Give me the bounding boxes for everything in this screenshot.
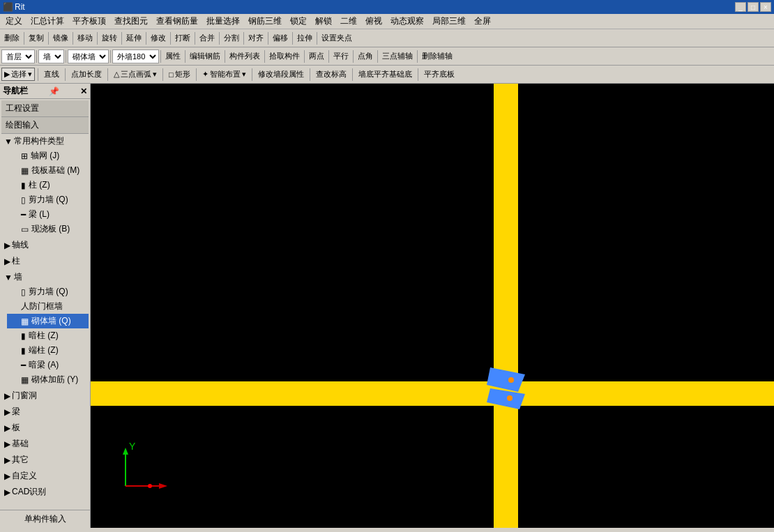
sidebar-bottom[interactable]: 单构件输入 — [0, 510, 90, 528]
column-icon: ▮ — [21, 181, 26, 190]
component-list-btn[interactable]: 构件列表 — [227, 50, 263, 63]
extend-btn[interactable]: 延伸 — [123, 31, 144, 45]
door-window-expand-icon: ▶ — [4, 391, 10, 401]
line-btn[interactable]: 直线 — [41, 68, 62, 81]
merge-btn[interactable]: 合并 — [197, 31, 218, 45]
delete-aux-btn[interactable]: 删除辅轴 — [419, 50, 455, 63]
menu-rebar-3d[interactable]: 钢筋三维 — [244, 14, 286, 29]
sidebar-pin-icon[interactable]: 📌 — [49, 86, 59, 96]
door-window-label[interactable]: ▶ 门窗洞 — [1, 388, 89, 403]
sidebar-item-axisnet[interactable]: ⊞ 轴网 (J) — [7, 149, 89, 163]
common-types-label[interactable]: ▼ 常用构件类型 — [1, 134, 89, 149]
column-expand-icon: ▶ — [4, 257, 10, 266]
menu-fullscreen[interactable]: 全屏 — [470, 14, 495, 29]
rect-btn[interactable]: □ 矩形 — [166, 68, 193, 81]
masonry-rebar-icon: ▦ — [21, 375, 29, 385]
break-btn[interactable]: 打断 — [172, 31, 193, 45]
sidebar-item-masonry-rebar[interactable]: ▦ 砌体加筋 (Y) — [7, 372, 89, 387]
offset-btn[interactable]: 偏移 — [270, 31, 291, 45]
sidebar-item-masonry-wall[interactable]: ▦ 砌体墙 (Q) — [7, 314, 89, 328]
point-angle-btn[interactable]: 点角 — [355, 50, 376, 63]
menu-top-view[interactable]: 俯视 — [361, 14, 386, 29]
menu-align-top[interactable]: 平齐板顶 — [68, 14, 110, 29]
sep32 — [310, 68, 310, 81]
menu-2d[interactable]: 二维 — [336, 14, 361, 29]
sidebar-close-icon[interactable]: ✕ — [80, 86, 87, 96]
sidebar-drawing-input[interactable]: 绘图输入 — [1, 117, 89, 134]
floor-select[interactable]: 首层 — [1, 50, 35, 63]
modify-wall-prop-btn[interactable]: 修改墙段属性 — [255, 68, 307, 81]
beam-icon: ━ — [21, 210, 26, 220]
other-expand-icon: ▶ — [4, 455, 10, 465]
menu-view-rebar[interactable]: 查看钢筋量 — [152, 14, 202, 29]
common-types-items: ⊞ 轴网 (J) ▦ 筏板基础 (M) ▮ 柱 (Z) ▯ 剪力墙 (Q) — [7, 149, 89, 236]
sidebar-item-shear-wall[interactable]: ▯ 剪力墙 (Q) — [7, 192, 89, 207]
check-height-btn[interactable]: 查改标高 — [313, 68, 349, 81]
sidebar-item-end-column[interactable]: ▮ 端柱 (Z) — [7, 343, 89, 358]
title-controls[interactable]: _ □ × — [735, 2, 771, 12]
flat-base-btn[interactable]: 平齐底板 — [421, 68, 457, 81]
wall-label[interactable]: ▼ 墙 — [1, 270, 89, 284]
body-wall-select[interactable]: 砌体墙 — [68, 50, 109, 63]
sep28 — [107, 68, 108, 81]
beam-label[interactable]: ▶ 梁 — [1, 404, 89, 419]
cad-viewport[interactable] — [91, 84, 774, 528]
parallel-btn[interactable]: 平行 — [331, 50, 351, 63]
copy-btn[interactable]: 复制 — [26, 31, 47, 45]
maximize-btn[interactable]: □ — [748, 2, 759, 12]
sidebar-item-dark-column[interactable]: ▮ 暗柱 (Z) — [7, 328, 89, 343]
outer-val-select[interactable]: 外墙180 — [112, 50, 159, 63]
menu-batch-select[interactable]: 批量选择 — [202, 14, 244, 29]
masonry-icon: ▦ — [21, 317, 29, 326]
mirror-btn[interactable]: 镜像 — [50, 31, 71, 45]
sidebar-item-dark-beam[interactable]: ━ 暗梁 (A) — [7, 358, 89, 372]
select-btn[interactable]: ▶ 选择 ▾ — [1, 68, 35, 81]
smart-layout-btn[interactable]: ✦ 智能布置 ▾ — [199, 68, 249, 81]
delete-btn[interactable]: 删除 — [1, 31, 22, 45]
property-btn[interactable]: 属性 — [162, 50, 183, 63]
menu-find[interactable]: 查找图元 — [110, 14, 152, 29]
wall-base-btn[interactable]: 墙底平齐基础底 — [356, 68, 415, 81]
edit-rebar-btn[interactable]: 编辑钢筋 — [187, 50, 223, 63]
menu-partial-3d[interactable]: 局部三维 — [428, 14, 470, 29]
rotate-btn[interactable]: 旋转 — [99, 31, 120, 45]
cad-recognize-label[interactable]: ▶ CAD识别 — [1, 485, 89, 499]
custom-label[interactable]: ▶ 自定义 — [1, 469, 89, 483]
cad-canvas[interactable] — [91, 84, 774, 528]
three-arc-btn[interactable]: △ 三点画弧 ▾ — [111, 68, 160, 81]
sidebar-item-shear-wall2[interactable]: ▯ 剪力墙 (Q) — [7, 284, 89, 299]
align-btn[interactable]: 对齐 — [245, 31, 266, 45]
menu-dynamic-view[interactable]: 动态观察 — [386, 14, 428, 29]
menu-lock[interactable]: 锁定 — [286, 14, 311, 29]
sidebar-item-beam[interactable]: ━ 梁 (L) — [7, 207, 89, 222]
stretch-btn[interactable]: 拉伸 — [294, 31, 315, 45]
menu-calc[interactable]: 汇总计算 — [26, 14, 68, 29]
two-point-btn[interactable]: 两点 — [306, 50, 327, 63]
point-len-btn[interactable]: 点加长度 — [68, 68, 105, 81]
column-label[interactable]: ▶ 柱 — [1, 254, 89, 268]
close-btn[interactable]: × — [760, 2, 771, 12]
column-section: ▶ 柱 — [1, 254, 89, 268]
trim-btn[interactable]: 修改 — [148, 31, 169, 45]
slab-label[interactable]: ▶ 板 — [1, 420, 89, 435]
foundation-label[interactable]: ▶ 基础 — [1, 436, 89, 451]
sep2 — [48, 32, 49, 45]
pick-component-btn[interactable]: 拾取构件 — [266, 50, 303, 63]
split-btn[interactable]: 分割 — [221, 31, 242, 45]
sep26 — [38, 68, 38, 81]
sidebar-item-column[interactable]: ▮ 柱 (Z) — [7, 178, 89, 192]
sep1 — [24, 32, 24, 45]
sidebar-item-civil-defense[interactable]: 人防门框墙 — [7, 299, 89, 314]
menu-define[interactable]: 定义 — [1, 14, 26, 29]
menu-unlock[interactable]: 解锁 — [311, 14, 336, 29]
three-point-aux-btn[interactable]: 三点辅轴 — [379, 50, 416, 63]
axis-label[interactable]: ▶ 轴线 — [1, 238, 89, 252]
wall-type-select[interactable]: 墙 — [38, 50, 64, 63]
sidebar-item-slab[interactable]: ▭ 现浇板 (B) — [7, 222, 89, 236]
minimize-btn[interactable]: _ — [735, 2, 746, 12]
sidebar-project-settings[interactable]: 工程设置 — [1, 100, 89, 117]
move-btn[interactable]: 移动 — [75, 31, 96, 45]
other-label[interactable]: ▶ 其它 — [1, 453, 89, 467]
sidebar-item-raft[interactable]: ▦ 筏板基础 (M) — [7, 163, 89, 178]
set-grip-btn[interactable]: 设置夹点 — [319, 31, 355, 45]
